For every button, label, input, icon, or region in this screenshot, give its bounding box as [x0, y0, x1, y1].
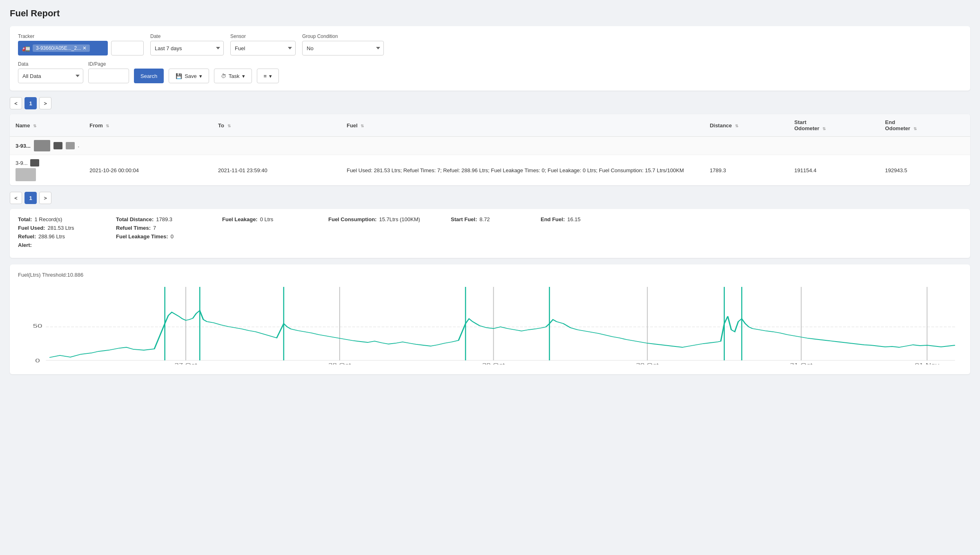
task-chevron-icon: ▾ [242, 73, 245, 79]
chart-container: 0 50 [18, 283, 962, 364]
task-label: Task [229, 73, 240, 79]
date-select[interactable]: Last 7 days Last 30 days Custom Range [150, 41, 224, 56]
summary-fuel-consumption-value: 15.7Ltrs (100KM) [379, 216, 420, 222]
sensor-group: Sensor Fuel Temperature All [230, 33, 296, 56]
page-title: Fuel Report [10, 8, 970, 19]
summary-fuel-used-label: Fuel Used: [18, 225, 45, 231]
group-name-suffix: . [78, 143, 79, 149]
svg-text:30 Oct: 30 Oct [636, 362, 659, 364]
col-distance: Distance ⇅ [704, 114, 788, 137]
sort-distance-icon[interactable]: ⇅ [735, 124, 738, 128]
save-button[interactable]: 💾 Save ▾ [169, 69, 209, 83]
row-checkbox[interactable] [30, 159, 39, 166]
tracker-group: Tracker 🚛 3-93660/A05E..._2... ✕ [18, 33, 144, 56]
summary-fuel-leakage-times-value: 0 [171, 233, 174, 240]
row-vehicle-thumb [16, 168, 36, 181]
pagination-bottom: < 1 > [10, 192, 970, 204]
idpage-label: ID/Page [88, 61, 129, 67]
svg-text:0: 0 [35, 358, 40, 364]
fuel-chart: 0 50 [18, 283, 962, 364]
truck-icon: 🚛 [22, 44, 30, 52]
summary-total-dist-value: 1789.3 [156, 216, 172, 222]
date-label: Date [150, 33, 224, 39]
row-start-odometer: 191154.4 [788, 155, 879, 186]
table-row: 3-9... 2021-10-26 00:00:04 2021-11-01 23… [10, 155, 970, 186]
summary-start-fuel-value: 8.72 [479, 216, 490, 222]
tracker-input[interactable]: 🚛 3-93660/A05E..._2... ✕ [18, 41, 108, 56]
tracker-label: Tracker [18, 33, 144, 39]
data-select[interactable]: All Data Summary [18, 69, 83, 83]
col-to: To ⇅ [212, 114, 341, 137]
save-icon: 💾 [176, 73, 182, 79]
col-from: From ⇅ [84, 114, 212, 137]
svg-text:50: 50 [33, 323, 42, 329]
menu-chevron-icon: ▾ [269, 73, 272, 79]
summary-alert-label: Alert: [18, 242, 32, 248]
menu-button[interactable]: ≡ ▾ [257, 69, 279, 83]
sort-from-icon[interactable]: ⇅ [106, 124, 109, 128]
row-distance: 1789.3 [704, 155, 788, 186]
sensor-label: Sensor [230, 33, 296, 39]
col-name: Name ⇅ [10, 114, 84, 137]
summary-fuel-leakage-value: 0 Ltrs [260, 216, 274, 222]
summary-total-label: Total: [18, 216, 32, 222]
summary-start-fuel-label: Start Fuel: [451, 216, 477, 222]
prev-page-button-bottom[interactable]: < [10, 192, 22, 204]
save-chevron-icon: ▾ [199, 73, 202, 79]
summary-refuel-label: Refuel: [18, 233, 36, 240]
summary-fuel-leakage-times-label: Fuel Leakage Times: [116, 233, 168, 240]
data-label: Data [18, 61, 83, 67]
sort-start-odo-icon[interactable]: ⇅ [822, 127, 826, 131]
summary-end-fuel-value: 16.15 [567, 216, 581, 222]
svg-text:31 Oct: 31 Oct [790, 362, 813, 364]
row-name-text: 3-9... [16, 160, 28, 166]
idpage-input[interactable]: 100 [88, 69, 129, 83]
group-name-text: 3-93... [16, 143, 31, 149]
summary-end-fuel-label: End Fuel: [541, 216, 565, 222]
sensor-select[interactable]: Fuel Temperature All [230, 41, 296, 56]
row-name: 3-9... [10, 155, 84, 186]
next-page-button[interactable]: > [39, 97, 51, 109]
sort-name-icon[interactable]: ⇅ [33, 124, 36, 128]
summary-total-dist-label: Total Distance: [116, 216, 154, 222]
summary-col-3: Fuel Leakage: 0 Ltrs [222, 216, 312, 251]
summary-fuel-used-row: Fuel Used: 281.53 Ltrs [18, 225, 100, 231]
tracker-tag: 3-93660/A05E..._2... ✕ [33, 44, 90, 52]
summary-fuel-leakage-label: Fuel Leakage: [222, 216, 258, 222]
prev-page-button[interactable]: < [10, 97, 22, 109]
svg-text:01 Nov: 01 Nov [915, 362, 940, 364]
date-group: Date Last 7 days Last 30 days Custom Ran… [150, 33, 224, 56]
summary-refuel-times-label: Refuel Times: [116, 225, 151, 231]
summary-total-value: 1 Record(s) [34, 216, 62, 222]
idpage-group: ID/Page 100 [88, 61, 129, 83]
row-fuel: Fuel Used: 281.53 Ltrs; Refuel Times: 7;… [341, 155, 704, 186]
filter-section: Tracker 🚛 3-93660/A05E..._2... ✕ Date La [10, 26, 970, 91]
summary-total-row: Total: 1 Record(s) [18, 216, 100, 222]
sort-to-icon[interactable]: ⇅ [227, 124, 231, 128]
tracker-tag-close[interactable]: ✕ [82, 45, 87, 51]
summary-fuel-leakage-times-row: Fuel Leakage Times: 0 [116, 233, 206, 240]
col-end-odometer: EndOdometer ⇅ [880, 114, 970, 137]
group-truck-thumb-1 [34, 140, 50, 151]
current-page-bottom: 1 [24, 192, 37, 204]
sort-fuel-icon[interactable]: ⇅ [361, 124, 364, 128]
summary-fuel-consumption-label: Fuel Consumption: [328, 216, 376, 222]
task-icon: ⏱ [221, 73, 226, 79]
summary-col-2: Total Distance: 1789.3 Refuel Times: 7 F… [116, 216, 206, 251]
group-condition-select[interactable]: No Yes [302, 41, 384, 56]
summary-start-fuel-row: Start Fuel: 8.72 [451, 216, 524, 222]
search-button[interactable]: Search [134, 69, 164, 83]
group-thumb-3 [66, 142, 75, 149]
task-button[interactable]: ⏱ Task ▾ [214, 69, 252, 83]
col-fuel: Fuel ⇅ [341, 114, 704, 137]
tracker-search-input[interactable] [111, 41, 144, 56]
chart-section: Fuel(Ltrs) Threshold:10.886 0 50 [10, 264, 970, 374]
row-to: 2021-11-01 23:59:40 [212, 155, 341, 186]
summary-col-1: Total: 1 Record(s) Fuel Used: 281.53 Ltr… [18, 216, 100, 251]
chart-title: Fuel(Ltrs) Threshold:10.886 [18, 272, 962, 278]
sort-end-odo-icon[interactable]: ⇅ [913, 127, 917, 131]
summary-col-4: Fuel Consumption: 15.7Ltrs (100KM) [328, 216, 434, 251]
next-page-button-bottom[interactable]: > [39, 192, 51, 204]
save-label: Save [185, 73, 197, 79]
table-row-group: 3-93... . [10, 137, 970, 155]
